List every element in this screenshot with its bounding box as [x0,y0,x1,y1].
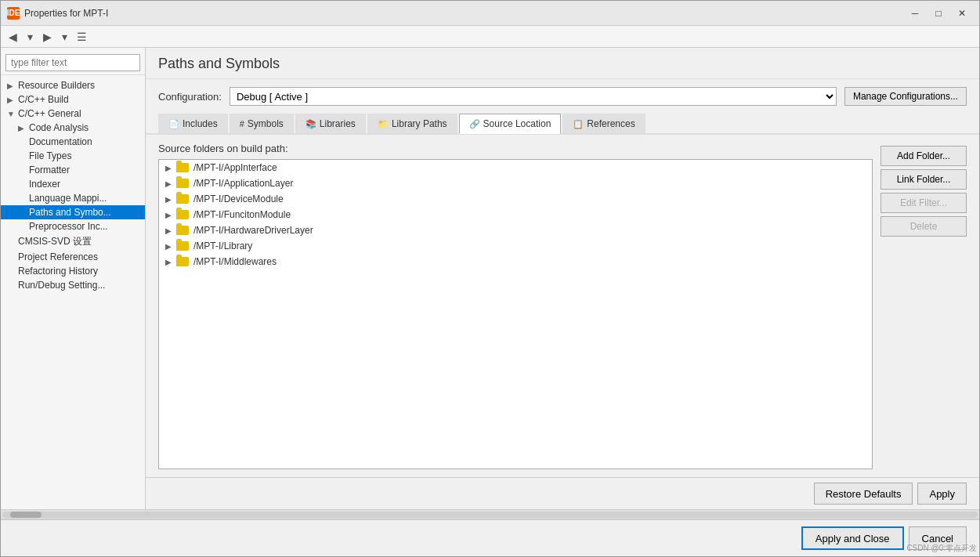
expand-arrow: ▶ [7,81,15,90]
sidebar-item-label: Resource Builders [18,80,95,91]
sidebar-item-file-types[interactable]: File Types [1,149,145,163]
forward-button[interactable]: ▶ [38,28,56,45]
minimize-button[interactable]: ─ [904,5,926,22]
content-area: Source folders on build path: ▶ /MPT-I/A… [146,135,979,477]
sidebar-item-label: File Types [29,150,71,161]
folder-icon [176,226,189,235]
sidebar-item-label: Paths and Symbo... [29,207,111,218]
sidebar-item-refactoring-history[interactable]: Refactoring History [1,264,145,278]
sidebar-item-resource-builders[interactable]: ▶ Resource Builders [1,78,145,92]
delete-button[interactable]: Delete [881,216,967,237]
window-title: Properties for MPT-I [24,8,904,19]
sidebar-item-label: Refactoring History [18,266,98,277]
add-folder-button[interactable]: Add Folder... [881,146,967,166]
sidebar-item-label: Formatter [29,165,70,175]
libraries-icon: 📚 [306,119,316,129]
sidebar-item-cpp-build[interactable]: ▶ C/C++ Build [1,92,145,107]
sidebar-item-project-references[interactable]: Project References [1,250,145,264]
action-buttons: Add Folder... Link Folder... Edit Filter… [881,143,967,469]
sidebar-item-indexer[interactable]: Indexer [1,177,145,191]
sidebar-item-documentation[interactable]: Documentation [1,135,145,149]
source-list-container: Source folders on build path: ▶ /MPT-I/A… [158,143,873,469]
panel-title: Paths and Symbols [158,56,280,71]
tab-libraries[interactable]: 📚 Libraries [295,114,366,133]
main-content: ▶ Resource Builders ▶ C/C++ Build ▼ C/C+… [1,48,979,509]
back-button[interactable]: ◀ [4,28,21,45]
edit-filter-button[interactable]: Edit Filter... [881,193,967,213]
right-panel: Paths and Symbols Configuration: Debug [… [146,48,979,509]
forward-dropdown-button[interactable]: ▾ [56,28,73,45]
list-item[interactable]: ▶ /MPT-I/FuncitonModule [159,207,872,222]
source-list[interactable]: ▶ /MPT-I/AppInterface ▶ /MPT-I/Applicati… [158,159,873,469]
apply-close-button[interactable]: Apply and Close [801,526,904,550]
scrollbar-area [1,509,979,519]
tab-references[interactable]: 📋 References [562,114,645,133]
config-select[interactable]: Debug [ Active ] [230,87,837,106]
list-item[interactable]: ▶ /MPT-I/Library [159,238,872,254]
references-icon: 📋 [573,119,584,129]
list-item[interactable]: ▶ /MPT-I/AppInterface [159,160,872,175]
tab-includes[interactable]: 📄 Includes [158,114,228,133]
tab-label: Symbols [248,118,284,129]
window: IDE Properties for MPT-I ─ □ ✕ ◀ ▾ ▶ ▾ ☰… [0,0,980,557]
tabs-container: 📄 Includes # Symbols 📚 Libraries 📁 Libra… [146,114,979,135]
maximize-button[interactable]: □ [928,5,949,22]
filter-input[interactable] [5,54,140,71]
list-item[interactable]: ▶ /MPT-I/Middlewares [159,254,872,269]
sidebar-item-label: C/C++ General [18,108,81,119]
library-paths-icon: 📁 [378,119,389,129]
tab-label: Source Location [483,118,551,129]
source-label: Source folders on build path: [158,143,873,154]
tab-source-location[interactable]: 🔗 Source Location [459,114,562,134]
link-folder-button[interactable]: Link Folder... [881,169,967,190]
folder-path: /MPT-I/FuncitonModule [193,209,291,220]
expand-arrow: ▶ [165,195,172,204]
folder-path: /MPT-I/AppInterface [193,162,277,173]
sidebar-item-label: Run/Debug Setting... [18,280,105,291]
expand-arrow: ▶ [165,211,172,219]
scrollbar-thumb[interactable] [10,512,42,518]
list-item[interactable]: ▶ /MPT-I/HardwareDriverLayer [159,222,872,238]
sidebar-item-label: Indexer [29,179,60,190]
scrollbar-track[interactable] [2,512,978,518]
bottom-bar: Restore Defaults Apply [146,477,979,509]
back-dropdown-button[interactable]: ▾ [21,28,38,45]
config-label: Configuration: [158,91,222,103]
expand-arrow: ▶ [165,242,172,251]
folder-icon [176,163,189,172]
tab-label: Includes [183,118,218,129]
sidebar-item-label: Documentation [29,136,92,147]
sidebar-item-run-debug-settings[interactable]: Run/Debug Setting... [1,278,145,292]
list-item[interactable]: ▶ /MPT-I/DeviceModule [159,191,872,207]
folder-icon [176,210,189,219]
folder-path: /MPT-I/DeviceModule [193,194,284,204]
tab-label: Libraries [320,118,356,129]
folder-path: /MPT-I/ApplicationLayer [193,178,293,189]
close-button[interactable]: ✕ [951,5,973,22]
dialog-footer: Apply and Close Cancel [1,519,979,556]
sidebar-item-label: Project References [18,251,98,262]
expand-arrow: ▶ [165,164,172,172]
menu-button[interactable]: ☰ [73,28,90,45]
sidebar-item-preprocessor[interactable]: Preprocessor Inc... [1,219,145,233]
tab-symbols[interactable]: # Symbols [230,114,294,133]
manage-configurations-button[interactable]: Manage Configurations... [844,87,967,106]
expand-arrow: ▶ [165,179,172,188]
sidebar-item-code-analysis[interactable]: ▶ Code Analysis [1,121,145,135]
tab-label: Library Paths [392,118,447,129]
apply-button[interactable]: Apply [917,483,967,505]
sidebar-item-formatter[interactable]: Formatter [1,163,145,177]
sidebar-item-label: Code Analysis [29,122,89,133]
list-item[interactable]: ▶ /MPT-I/ApplicationLayer [159,175,872,191]
source-location-icon: 🔗 [469,119,480,129]
titlebar: IDE Properties for MPT-I ─ □ ✕ [1,1,979,26]
sidebar-item-paths-symbols[interactable]: Paths and Symbo... [1,205,145,219]
sidebar-item-cpp-general[interactable]: ▼ C/C++ General [1,107,145,121]
tab-library-paths[interactable]: 📁 Library Paths [367,114,457,133]
sidebar-item-cmsis-svd[interactable]: CMSIS-SVD 设置 [1,233,145,250]
filter-box [1,51,145,75]
sidebar-item-language-mapping[interactable]: Language Mappi... [1,191,145,205]
panel-header: Paths and Symbols [146,48,979,79]
watermark: CSDN @0:零点开发 [906,543,977,554]
restore-defaults-button[interactable]: Restore Defaults [814,483,913,505]
